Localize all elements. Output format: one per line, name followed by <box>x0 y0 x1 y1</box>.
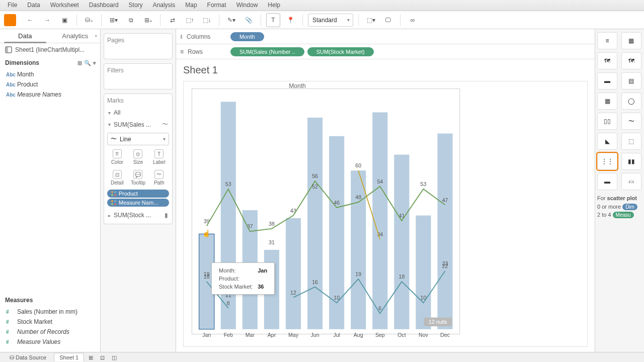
share-button[interactable]: ∞ <box>406 13 420 27</box>
columns-icon: ⦀ <box>180 33 183 40</box>
back-button[interactable]: ← <box>23 13 37 27</box>
dimension-measure-names[interactable]: AbcMeasure Names <box>0 89 100 100</box>
rows-shelf[interactable]: ≡Rows SUM(Sales (Number .. SUM(Stock Mar… <box>176 44 595 59</box>
sm-heatmap-icon[interactable]: ▦ <box>621 32 641 49</box>
dimension-product[interactable]: AbcProduct <box>0 79 100 89</box>
clear-button[interactable]: ⊞ₓ <box>141 13 155 27</box>
svg-text:19: 19 <box>355 271 361 277</box>
svg-rect-6 <box>307 118 323 329</box>
row-pill-sales[interactable]: SUM(Sales (Number .. <box>230 47 304 56</box>
dimension-month[interactable]: AbcMonth <box>0 69 100 79</box>
marks-stock[interactable]: ▸SUM(Stock ...▮ <box>107 210 169 221</box>
svg-text:☝: ☝ <box>202 229 211 238</box>
svg-text:Jul: Jul <box>333 332 340 338</box>
new-story-button[interactable]: ◫ <box>109 353 119 362</box>
rows-icon: ≡ <box>180 48 184 55</box>
sm-scatter-icon[interactable]: ⋮⋮ <box>597 153 617 170</box>
fit-selector[interactable]: Standard <box>308 14 353 27</box>
menu-worksheet[interactable]: Worksheet <box>45 0 84 11</box>
datasource-item[interactable]: Sheet1 (lineChartMultipl... <box>0 43 100 56</box>
mark-size[interactable]: ⊙Size <box>128 147 148 167</box>
svg-text:38: 38 <box>269 221 275 227</box>
tab-analytics[interactable]: Analytics• <box>50 29 101 43</box>
pages-shelf[interactable]: Pages <box>104 33 173 59</box>
mark-path[interactable]: 〜Path <box>149 168 169 188</box>
mark-detail[interactable]: ⊡Detail <box>107 168 127 188</box>
duplicate-button[interactable]: ⧉ <box>124 13 138 27</box>
sm-map1-icon[interactable]: 🗺 <box>597 52 617 69</box>
filters-shelf[interactable]: Filters <box>104 63 173 89</box>
svg-text:18: 18 <box>204 274 210 280</box>
search-icon[interactable]: 🔍 <box>84 60 91 66</box>
sm-dual-icon[interactable]: ⬚ <box>621 133 641 150</box>
menu-help[interactable]: Help <box>263 0 285 11</box>
menu-window[interactable]: Window <box>231 0 263 11</box>
menu-analysis[interactable]: Analysis <box>148 0 181 11</box>
svg-rect-9 <box>372 112 387 329</box>
menu-story[interactable]: Story <box>124 0 148 11</box>
menu-dashboard[interactable]: Dashboard <box>84 0 124 11</box>
color-pill-measure[interactable]: Measure Nam... <box>107 199 169 207</box>
menu-format[interactable]: Format <box>202 0 231 11</box>
sm-line-icon[interactable]: 〜 <box>621 113 641 130</box>
measure-values[interactable]: #Measure Values <box>0 337 100 347</box>
sort-asc-button[interactable]: ⬚↑ <box>183 13 197 27</box>
sm-area-icon[interactable]: ◣ <box>597 133 617 150</box>
svg-text:60: 60 <box>355 162 361 168</box>
mark-type-select[interactable]: 〜Line▾ <box>107 133 169 145</box>
mark-label[interactable]: TLabel <box>149 147 169 167</box>
sm-treemap-icon[interactable]: ▦ <box>597 93 617 110</box>
shelves-panel: Pages Filters Marks ▾All ▾SUM(Sales ...〜… <box>101 29 176 352</box>
sm-sidebyside-icon[interactable]: ▯▯ <box>597 113 617 130</box>
new-dashboard-button[interactable]: ⊡ <box>98 353 107 362</box>
highlight-button[interactable]: ✎▾ <box>224 13 238 27</box>
new-worksheet-button[interactable]: ⊞▾ <box>107 13 121 27</box>
view-icon[interactable]: ⊞ <box>77 60 82 66</box>
sheet-title[interactable]: Sheet 1 <box>176 59 595 79</box>
pin-button[interactable]: 📍 <box>283 13 297 27</box>
sm-gantt-icon[interactable]: ▬ <box>597 173 617 190</box>
new-datasource-button[interactable]: ⛁₊ <box>82 13 96 27</box>
svg-text:16: 16 <box>312 279 318 285</box>
sm-histogram-icon[interactable]: ▮▮ <box>621 153 641 170</box>
menubar: File Data Worksheet Dashboard Story Anal… <box>0 0 644 11</box>
menu-map[interactable]: Map <box>180 0 202 11</box>
row-pill-stock[interactable]: SUM(Stock Market) <box>307 47 374 56</box>
marks-sales[interactable]: ▾SUM(Sales ...〜 <box>107 118 169 131</box>
sm-stacked-icon[interactable]: ▤ <box>621 72 641 89</box>
columns-shelf[interactable]: ⦀Columns Month <box>176 29 595 44</box>
group-button[interactable]: 📎 <box>242 13 256 27</box>
tab-datasource[interactable]: ⛁ Data Source <box>4 353 52 362</box>
forward-button[interactable]: → <box>40 13 54 27</box>
svg-text:22: 22 <box>442 263 448 269</box>
sm-circle-icon[interactable]: ◯ <box>621 93 641 110</box>
sm-map2-icon[interactable]: 🗺 <box>621 52 641 69</box>
measure-stock[interactable]: #Stock Market <box>0 317 100 327</box>
presentation-button[interactable]: 🖵 <box>381 13 395 27</box>
sort-desc-button[interactable]: ⬚↓ <box>200 13 214 27</box>
tab-sheet1[interactable]: Sheet 1 <box>54 353 84 361</box>
tab-data[interactable]: Data <box>0 29 50 43</box>
save-button[interactable]: ▣ <box>57 13 71 27</box>
color-pill-product[interactable]: Product <box>107 190 169 198</box>
chart-view[interactable]: Month 3953373843564648544153471931526034… <box>183 81 588 347</box>
new-sheet-button[interactable]: ⊞ <box>86 353 96 362</box>
sm-hbar-icon[interactable]: ▬ <box>597 72 617 89</box>
swap-button[interactable]: ⇄ <box>166 13 180 27</box>
marks-all[interactable]: ▾All <box>107 107 169 118</box>
menu-file[interactable]: File <box>3 0 22 11</box>
col-pill-month[interactable]: Month <box>230 32 264 41</box>
measure-sales[interactable]: #Sales (Number in mm) <box>0 307 100 317</box>
menu-icon[interactable]: ▾ <box>93 60 96 66</box>
toolbar: ← → ▣ ⛁₊ ⊞▾ ⧉ ⊞ₓ ⇄ ⬚↑ ⬚↓ ✎▾ 📎 T 📍 Standa… <box>0 11 644 29</box>
sm-table-icon[interactable]: ≡ <box>597 32 617 49</box>
show-cards-button[interactable]: ⬚▾ <box>364 13 378 27</box>
measure-records[interactable]: #Number of Records <box>0 327 100 337</box>
show-me-hint: For scatter plot 0 or more Dim 2 to 4 Me… <box>597 194 642 219</box>
mark-tooltip[interactable]: 💬Tooltip <box>128 168 148 188</box>
sm-bullet-icon[interactable]: ▭ <box>621 173 641 190</box>
svg-text:53: 53 <box>225 181 231 187</box>
mark-color[interactable]: ⠿Color <box>107 147 127 167</box>
labels-button[interactable]: T <box>266 13 280 27</box>
menu-data[interactable]: Data <box>22 0 45 11</box>
